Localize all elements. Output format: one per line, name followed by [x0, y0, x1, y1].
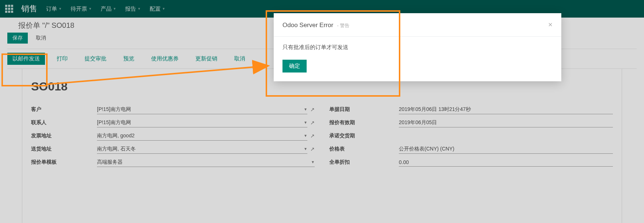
field-value: 公开价格表(CNY) (CNY) — [399, 146, 454, 152]
shipping-address-field[interactable]: 南方电网, 石天冬▼ — [97, 145, 307, 154]
nav-item-products[interactable]: 产品▼ — [101, 5, 116, 12]
field-value: 高端服务器 — [97, 159, 123, 166]
dialog-footer: 确定 — [274, 60, 561, 81]
field-value: 2019年06月05日 — [399, 119, 437, 126]
validity-field[interactable]: 2019年06月05日 — [399, 118, 613, 127]
ok-button[interactable]: 确定 — [282, 60, 307, 73]
preview-button[interactable]: 预览 — [118, 53, 139, 65]
commitment-date-label: 承诺交货期 — [329, 133, 399, 139]
form-left-column: 客户 [P!15]南方电网▼ ↗ 联系人 [P!15]南方电网▼ ↗ 发票地址 … — [31, 104, 315, 170]
field-value: 2019年05月06日 13时21分47秒 — [399, 106, 471, 113]
cancel-button[interactable]: 取消 — [229, 53, 250, 65]
app-brand[interactable]: 销售 — [21, 3, 37, 14]
chevron-down-icon[interactable]: ▼ — [304, 147, 307, 151]
chevron-down-icon[interactable]: ▼ — [304, 134, 307, 138]
nav-item-orders[interactable]: 订单▼ — [46, 5, 62, 12]
field-value: 南方电网, good2 — [97, 133, 135, 139]
send-email-button[interactable]: 以邮件发送 — [7, 53, 45, 65]
dialog-title: Odoo Server Error — [282, 22, 333, 29]
update-promo-button[interactable]: 更新促销 — [190, 53, 222, 65]
dialog-subtitle: - 警告 — [337, 22, 349, 29]
external-link-icon[interactable]: ↗ — [310, 120, 315, 126]
caret-down-icon: ▼ — [162, 7, 165, 11]
error-dialog: Odoo Server Error - 警告 × 只有批准后的订单才可发送 确定 — [274, 13, 561, 81]
nav-item-configuration[interactable]: 配置▼ — [150, 5, 165, 12]
apps-icon[interactable] — [4, 3, 15, 14]
global-discount-field[interactable]: 0.00 — [399, 158, 613, 167]
global-discount-label: 全单折扣 — [329, 159, 399, 166]
contact-field[interactable]: [P!15]南方电网▼ — [97, 118, 307, 127]
record-name: SO018 — [31, 80, 613, 93]
print-button[interactable]: 打印 — [52, 53, 73, 65]
nav-item-reports[interactable]: 报告▼ — [125, 5, 141, 12]
order-date-label: 单据日期 — [329, 106, 399, 113]
template-label: 报价单模板 — [31, 159, 97, 166]
chevron-down-icon[interactable]: ▼ — [304, 120, 307, 124]
commitment-date-field[interactable] — [399, 135, 613, 137]
external-link-icon[interactable]: ↗ — [310, 146, 315, 152]
chevron-down-icon[interactable]: ▼ — [311, 160, 315, 164]
caret-down-icon: ▼ — [89, 7, 92, 11]
nav-item-label: 报告 — [125, 5, 136, 12]
external-link-icon[interactable]: ↗ — [310, 133, 315, 139]
nav-item-label: 待开票 — [71, 5, 87, 12]
pricelist-label: 价格表 — [329, 146, 399, 152]
template-field[interactable]: 高端服务器▼ — [97, 158, 315, 167]
invoice-address-field[interactable]: 南方电网, good2▼ — [97, 131, 307, 141]
dialog-body: 只有批准后的订单才可发送 — [274, 37, 561, 60]
pricelist-field[interactable]: 公开价格表(CNY) (CNY) — [399, 145, 613, 154]
validity-label: 报价有效期 — [329, 119, 399, 126]
submit-approval-button[interactable]: 提交审批 — [79, 53, 112, 65]
nav-item-label: 配置 — [150, 5, 161, 12]
form-right-column: 单据日期 2019年05月06日 13时21分47秒 报价有效期 2019年06… — [329, 104, 613, 170]
dialog-header: Odoo Server Error - 警告 × — [274, 13, 561, 37]
invoice-address-label: 发票地址 — [31, 133, 97, 139]
form-sheet: SO018 客户 [P!15]南方电网▼ ↗ 联系人 [P!15]南方电网▼ ↗… — [22, 69, 622, 223]
external-link-icon[interactable]: ↗ — [310, 107, 315, 112]
nav-item-to-invoice[interactable]: 待开票▼ — [71, 5, 92, 12]
shipping-address-label: 送货地址 — [31, 146, 97, 152]
form-sheet-wrap: SO018 客户 [P!15]南方电网▼ ↗ 联系人 [P!15]南方电网▼ ↗… — [7, 69, 637, 223]
customer-field[interactable]: [P!15]南方电网▼ — [97, 105, 307, 114]
caret-down-icon: ▼ — [113, 7, 116, 11]
use-coupon-button[interactable]: 使用优惠券 — [146, 53, 184, 65]
field-value: 南方电网, 石天冬 — [97, 146, 136, 152]
nav-item-label: 产品 — [101, 5, 112, 12]
close-icon[interactable]: × — [548, 21, 553, 29]
order-date-field[interactable]: 2019年05月06日 13时21分47秒 — [399, 105, 613, 114]
customer-label: 客户 — [31, 106, 97, 113]
field-value: 0.00 — [399, 159, 409, 165]
nav-menu: 订单▼ 待开票▼ 产品▼ 报告▼ 配置▼ — [46, 5, 165, 12]
nav-item-label: 订单 — [46, 5, 57, 12]
caret-down-icon: ▼ — [138, 7, 141, 11]
field-value: [P!15]南方电网 — [97, 119, 131, 126]
discard-button[interactable]: 取消 — [31, 33, 51, 44]
chevron-down-icon[interactable]: ▼ — [304, 107, 307, 111]
contact-label: 联系人 — [31, 119, 97, 126]
caret-down-icon: ▼ — [59, 7, 62, 11]
field-value: [P!15]南方电网 — [97, 106, 131, 113]
save-button[interactable]: 保存 — [7, 33, 28, 44]
